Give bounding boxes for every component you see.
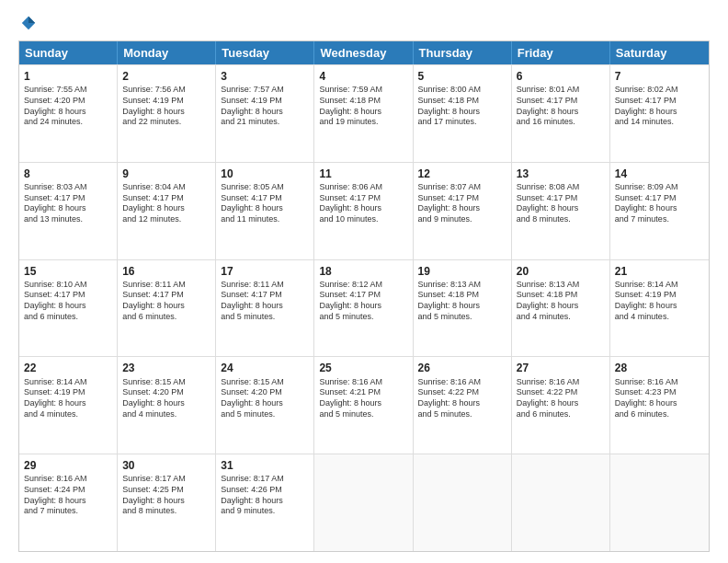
cell-info: Sunrise: 8:13 AMSunset: 4:18 PMDaylight:… bbox=[418, 280, 506, 323]
cell-info: Sunrise: 7:55 AMSunset: 4:20 PMDaylight:… bbox=[24, 85, 112, 128]
cal-header-wednesday: Wednesday bbox=[314, 41, 413, 64]
cell-info: Sunrise: 8:11 AMSunset: 4:17 PMDaylight:… bbox=[221, 280, 309, 323]
cell-info: Sunrise: 8:06 AMSunset: 4:17 PMDaylight:… bbox=[319, 182, 407, 225]
cell-info: Sunrise: 8:07 AMSunset: 4:17 PMDaylight:… bbox=[418, 182, 506, 225]
day-number: 11 bbox=[319, 167, 407, 181]
cal-cell-day-4: 4Sunrise: 7:59 AMSunset: 4:18 PMDaylight… bbox=[314, 65, 413, 162]
cal-cell-day-19: 19Sunrise: 8:13 AMSunset: 4:18 PMDayligh… bbox=[414, 260, 512, 357]
cal-cell-day-9: 9Sunrise: 8:04 AMSunset: 4:17 PMDaylight… bbox=[118, 163, 216, 259]
cal-cell-day-11: 11Sunrise: 8:06 AMSunset: 4:17 PMDayligh… bbox=[314, 163, 413, 259]
calendar: SundayMondayTuesdayWednesdayThursdayFrid… bbox=[18, 40, 710, 552]
cal-row-4: 29Sunrise: 8:16 AMSunset: 4:24 PMDayligh… bbox=[19, 454, 709, 551]
cal-cell-day-18: 18Sunrise: 8:12 AMSunset: 4:17 PMDayligh… bbox=[314, 260, 413, 357]
cell-info: Sunrise: 8:16 AMSunset: 4:24 PMDaylight:… bbox=[24, 474, 112, 517]
cell-info: Sunrise: 8:16 AMSunset: 4:22 PMDaylight:… bbox=[418, 377, 506, 420]
cal-cell-day-2: 2Sunrise: 7:56 AMSunset: 4:19 PMDaylight… bbox=[118, 65, 216, 162]
cal-cell-empty bbox=[610, 454, 709, 551]
cell-info: Sunrise: 8:03 AMSunset: 4:17 PMDaylight:… bbox=[24, 182, 112, 225]
day-number: 19 bbox=[418, 264, 506, 279]
day-number: 28 bbox=[615, 361, 704, 375]
day-number: 18 bbox=[319, 264, 407, 279]
cal-cell-day-27: 27Sunrise: 8:16 AMSunset: 4:22 PMDayligh… bbox=[512, 357, 610, 454]
day-number: 31 bbox=[221, 458, 309, 473]
cal-cell-day-13: 13Sunrise: 8:08 AMSunset: 4:17 PMDayligh… bbox=[512, 163, 610, 259]
cell-info: Sunrise: 8:05 AMSunset: 4:17 PMDaylight:… bbox=[221, 182, 309, 225]
day-number: 4 bbox=[319, 69, 407, 84]
cell-info: Sunrise: 8:11 AMSunset: 4:17 PMDaylight:… bbox=[122, 280, 210, 323]
cal-cell-day-26: 26Sunrise: 8:16 AMSunset: 4:22 PMDayligh… bbox=[414, 357, 512, 454]
cal-cell-day-15: 15Sunrise: 8:10 AMSunset: 4:17 PMDayligh… bbox=[19, 260, 118, 357]
header bbox=[18, 15, 710, 31]
cal-cell-day-7: 7Sunrise: 8:02 AMSunset: 4:17 PMDaylight… bbox=[610, 65, 709, 162]
cell-info: Sunrise: 8:14 AMSunset: 4:19 PMDaylight:… bbox=[24, 377, 112, 420]
day-number: 1 bbox=[24, 69, 112, 84]
cal-cell-day-5: 5Sunrise: 8:00 AMSunset: 4:18 PMDaylight… bbox=[414, 65, 512, 162]
cal-cell-day-16: 16Sunrise: 8:11 AMSunset: 4:17 PMDayligh… bbox=[118, 260, 216, 357]
cell-info: Sunrise: 8:16 AMSunset: 4:22 PMDaylight:… bbox=[517, 377, 605, 420]
day-number: 5 bbox=[418, 69, 506, 84]
cell-info: Sunrise: 7:57 AMSunset: 4:19 PMDaylight:… bbox=[221, 85, 309, 128]
day-number: 20 bbox=[517, 264, 605, 279]
cal-cell-day-17: 17Sunrise: 8:11 AMSunset: 4:17 PMDayligh… bbox=[216, 260, 314, 357]
cal-cell-day-22: 22Sunrise: 8:14 AMSunset: 4:19 PMDayligh… bbox=[19, 357, 118, 454]
cal-cell-day-10: 10Sunrise: 8:05 AMSunset: 4:17 PMDayligh… bbox=[216, 163, 314, 259]
cal-row-1: 8Sunrise: 8:03 AMSunset: 4:17 PMDaylight… bbox=[19, 162, 709, 259]
cal-header-friday: Friday bbox=[512, 41, 610, 64]
cell-info: Sunrise: 8:01 AMSunset: 4:17 PMDaylight:… bbox=[517, 85, 605, 128]
cal-cell-day-21: 21Sunrise: 8:14 AMSunset: 4:19 PMDayligh… bbox=[610, 260, 709, 357]
cell-info: Sunrise: 8:14 AMSunset: 4:19 PMDaylight:… bbox=[615, 280, 704, 323]
cell-info: Sunrise: 7:56 AMSunset: 4:19 PMDaylight:… bbox=[122, 85, 210, 128]
day-number: 17 bbox=[221, 264, 309, 279]
cal-cell-day-28: 28Sunrise: 8:16 AMSunset: 4:23 PMDayligh… bbox=[610, 357, 709, 454]
cal-cell-day-31: 31Sunrise: 8:17 AMSunset: 4:26 PMDayligh… bbox=[216, 454, 314, 551]
cell-info: Sunrise: 8:17 AMSunset: 4:26 PMDaylight:… bbox=[221, 474, 309, 517]
cal-cell-day-14: 14Sunrise: 8:09 AMSunset: 4:17 PMDayligh… bbox=[610, 163, 709, 259]
day-number: 29 bbox=[24, 458, 112, 473]
day-number: 30 bbox=[122, 458, 210, 473]
cal-cell-day-30: 30Sunrise: 8:17 AMSunset: 4:25 PMDayligh… bbox=[118, 454, 216, 551]
cell-info: Sunrise: 8:09 AMSunset: 4:17 PMDaylight:… bbox=[615, 182, 704, 225]
cal-cell-day-24: 24Sunrise: 8:15 AMSunset: 4:20 PMDayligh… bbox=[216, 357, 314, 454]
day-number: 25 bbox=[319, 361, 407, 375]
cal-cell-day-20: 20Sunrise: 8:13 AMSunset: 4:18 PMDayligh… bbox=[512, 260, 610, 357]
cell-info: Sunrise: 8:08 AMSunset: 4:17 PMDaylight:… bbox=[517, 182, 605, 225]
cal-cell-day-8: 8Sunrise: 8:03 AMSunset: 4:17 PMDaylight… bbox=[19, 163, 118, 259]
cal-header-sunday: Sunday bbox=[19, 41, 118, 64]
day-number: 14 bbox=[615, 167, 704, 181]
cell-info: Sunrise: 8:10 AMSunset: 4:17 PMDaylight:… bbox=[24, 280, 112, 323]
cal-row-3: 22Sunrise: 8:14 AMSunset: 4:19 PMDayligh… bbox=[19, 356, 709, 454]
cal-cell-day-6: 6Sunrise: 8:01 AMSunset: 4:17 PMDaylight… bbox=[512, 65, 610, 162]
cal-cell-empty bbox=[512, 454, 610, 551]
day-number: 12 bbox=[418, 167, 506, 181]
day-number: 10 bbox=[221, 167, 309, 181]
cell-info: Sunrise: 8:15 AMSunset: 4:20 PMDaylight:… bbox=[221, 377, 309, 420]
day-number: 7 bbox=[615, 69, 704, 84]
calendar-header: SundayMondayTuesdayWednesdayThursdayFrid… bbox=[19, 41, 709, 64]
cell-info: Sunrise: 8:17 AMSunset: 4:25 PMDaylight:… bbox=[122, 474, 210, 517]
cell-info: Sunrise: 8:00 AMSunset: 4:18 PMDaylight:… bbox=[418, 85, 506, 128]
day-number: 22 bbox=[24, 361, 112, 375]
logo bbox=[18, 15, 37, 31]
cell-info: Sunrise: 8:16 AMSunset: 4:21 PMDaylight:… bbox=[319, 377, 407, 420]
day-number: 9 bbox=[122, 167, 210, 181]
cell-info: Sunrise: 8:16 AMSunset: 4:23 PMDaylight:… bbox=[615, 377, 704, 420]
day-number: 24 bbox=[221, 361, 309, 375]
day-number: 26 bbox=[418, 361, 506, 375]
day-number: 15 bbox=[24, 264, 112, 279]
cal-cell-day-23: 23Sunrise: 8:15 AMSunset: 4:20 PMDayligh… bbox=[118, 357, 216, 454]
day-number: 27 bbox=[517, 361, 605, 375]
cal-row-2: 15Sunrise: 8:10 AMSunset: 4:17 PMDayligh… bbox=[19, 259, 709, 357]
cal-cell-day-25: 25Sunrise: 8:16 AMSunset: 4:21 PMDayligh… bbox=[314, 357, 413, 454]
cal-cell-day-12: 12Sunrise: 8:07 AMSunset: 4:17 PMDayligh… bbox=[414, 163, 512, 259]
cal-cell-day-29: 29Sunrise: 8:16 AMSunset: 4:24 PMDayligh… bbox=[19, 454, 118, 551]
cal-header-monday: Monday bbox=[118, 41, 216, 64]
cal-header-thursday: Thursday bbox=[414, 41, 512, 64]
cell-info: Sunrise: 8:12 AMSunset: 4:17 PMDaylight:… bbox=[319, 280, 407, 323]
page: SundayMondayTuesdayWednesdayThursdayFrid… bbox=[0, 0, 728, 563]
logo-icon bbox=[20, 15, 37, 31]
day-number: 3 bbox=[221, 69, 309, 84]
day-number: 16 bbox=[122, 264, 210, 279]
day-number: 23 bbox=[122, 361, 210, 375]
cell-info: Sunrise: 8:04 AMSunset: 4:17 PMDaylight:… bbox=[122, 182, 210, 225]
cell-info: Sunrise: 7:59 AMSunset: 4:18 PMDaylight:… bbox=[319, 85, 407, 128]
